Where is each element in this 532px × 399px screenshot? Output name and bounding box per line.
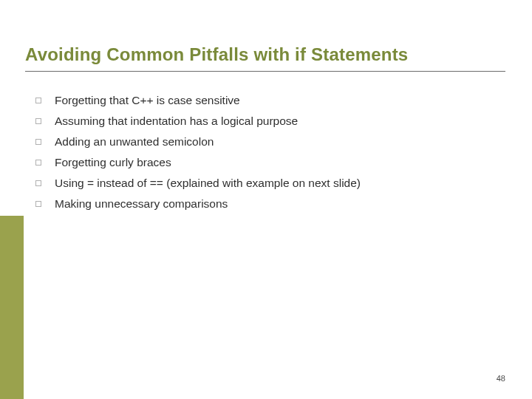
square-bullet-icon	[35, 160, 41, 166]
list-item: Making unnecessary comparisons	[35, 197, 501, 212]
square-bullet-icon	[35, 139, 41, 145]
bullet-text: Adding an unwanted semicolon	[55, 134, 214, 150]
list-item: Forgetting that C++ is case sensitive	[35, 93, 501, 109]
square-bullet-icon	[35, 201, 41, 207]
list-item: Assuming that indentation has a logical …	[35, 114, 501, 129]
bullet-text: Forgetting that C++ is case sensitive	[55, 93, 240, 109]
bullet-text: Making unnecessary comparisons	[55, 197, 228, 212]
square-bullet-icon	[35, 118, 41, 124]
title-underline	[25, 71, 505, 72]
bullet-text: Using = instead of == (explained with ex…	[55, 176, 361, 191]
bullet-text: Forgetting curly braces	[55, 155, 171, 171]
bullet-text: Assuming that indentation has a logical …	[55, 114, 298, 129]
list-item: Using = instead of == (explained with ex…	[35, 176, 501, 191]
list-item: Adding an unwanted semicolon	[35, 134, 501, 150]
bullet-list: Forgetting that C++ is case sensitive As…	[35, 93, 501, 217]
slide-title: Avoiding Common Pitfalls with if Stateme…	[25, 44, 408, 65]
square-bullet-icon	[35, 98, 41, 103]
decorative-sidebar	[0, 216, 24, 399]
square-bullet-icon	[35, 180, 41, 186]
list-item: Forgetting curly braces	[35, 155, 501, 171]
page-number: 48	[497, 374, 505, 383]
